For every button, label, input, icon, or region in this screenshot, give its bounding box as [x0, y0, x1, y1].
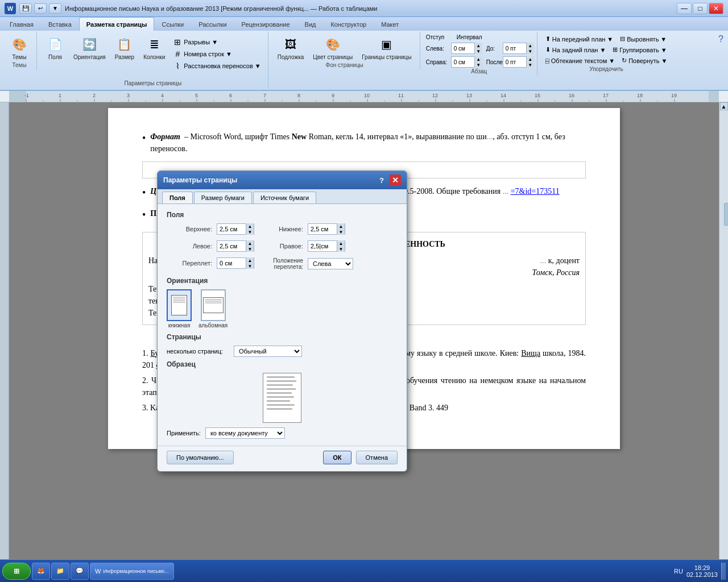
gutter-spin[interactable]: ▲ ▼ — [217, 257, 254, 269]
bottom-up[interactable]: ▲ — [337, 223, 345, 229]
align-button[interactable]: ⊟ Выровнять ▼ — [618, 34, 669, 44]
tab-page-layout[interactable]: Разметка страницы — [79, 17, 155, 31]
gutter-value[interactable] — [217, 260, 246, 267]
right-up[interactable]: ▲ — [337, 240, 345, 246]
bottom-value[interactable] — [308, 226, 337, 232]
tab-view[interactable]: Вид — [297, 17, 324, 31]
top-arrows[interactable]: ▲ ▼ — [246, 223, 254, 235]
dialog-help-button[interactable]: ? — [376, 174, 387, 186]
indent-left-up[interactable]: ▲ — [474, 43, 482, 48]
spacing-after-spin[interactable]: ▲ ▼ — [503, 56, 532, 68]
scroll-up-button[interactable]: ▲ — [720, 102, 728, 110]
spacing-before-up[interactable]: ▲ — [526, 43, 534, 48]
minimize-button[interactable]: — — [677, 3, 692, 14]
bottom-down[interactable]: ▼ — [337, 229, 345, 235]
quick-access-menu[interactable]: ▼ — [49, 3, 61, 14]
tab-insert[interactable]: Вставка — [41, 17, 79, 31]
rotate-button[interactable]: ↻ Повернуть ▼ — [619, 56, 669, 65]
spacing-before-arrows[interactable]: ▲ ▼ — [526, 43, 534, 54]
taskbar-chat[interactable]: 💬 — [71, 563, 89, 580]
tab-layout[interactable]: Макет — [374, 17, 406, 31]
taskbar-files[interactable]: 📁 — [51, 563, 69, 580]
gost-link[interactable]: =7&id=173511 — [511, 187, 560, 196]
size-button[interactable]: 📋 Размер — [111, 34, 138, 61]
spacing-before-spin[interactable]: ▲ ▼ — [503, 43, 532, 54]
top-value[interactable] — [217, 226, 246, 232]
indent-left-arrows[interactable]: ▲ ▼ — [474, 43, 482, 54]
line-numbers-button[interactable]: # Номера строк ▼ — [171, 48, 263, 60]
default-button[interactable]: По умолчанию... — [167, 451, 234, 464]
indent-left-value[interactable] — [452, 45, 474, 52]
spacing-after-arrows[interactable]: ▲ ▼ — [526, 56, 534, 68]
right-down[interactable]: ▼ — [337, 246, 345, 252]
group-button[interactable]: ⊞ Группировать ▼ — [610, 45, 669, 55]
left-spin[interactable]: ▲ ▼ — [217, 240, 254, 252]
quick-access-undo[interactable]: ↩ — [34, 3, 47, 14]
spacing-before-value[interactable] — [503, 45, 526, 52]
indent-right-arrows[interactable]: ▲ ▼ — [474, 56, 482, 68]
taskbar-firefox[interactable]: 🦊 — [32, 563, 50, 580]
indent-left-down[interactable]: ▼ — [474, 48, 482, 54]
dialog-tab-paper[interactable]: Размер бумаги — [194, 192, 252, 203]
spacing-after-value[interactable] — [503, 59, 526, 65]
tab-design[interactable]: Конструктор — [323, 17, 374, 31]
top-up[interactable]: ▲ — [246, 223, 254, 229]
tab-review[interactable]: Рецензирование — [234, 17, 297, 31]
pages-select[interactable]: Обычный — [234, 346, 302, 357]
gutter-pos-select[interactable]: Слева Сверху — [308, 258, 353, 269]
vertical-scrollbar[interactable]: ▲ ▼ — [719, 102, 728, 582]
wrap-text-button[interactable]: ⌸ Обтекание текстом ▼ — [543, 56, 617, 65]
spacing-before-down[interactable]: ▼ — [526, 48, 534, 54]
apply-select[interactable]: ко всему документу — [205, 427, 285, 439]
dialog-tab-source[interactable]: Источник бумаги — [253, 192, 316, 203]
quick-access-save[interactable]: 💾 — [19, 3, 32, 14]
fields-button[interactable]: 📄 Поля — [43, 34, 68, 61]
cancel-button[interactable]: Отмена — [356, 451, 398, 464]
start-button[interactable]: ⊞ — [2, 563, 31, 580]
dialog-tab-margins[interactable]: Поля — [162, 192, 193, 203]
page-borders-button[interactable]: ▣ Границы страницы — [358, 34, 415, 61]
right-spin[interactable]: ▲ ▼ — [308, 240, 345, 252]
ok-button[interactable]: ОК — [323, 451, 351, 464]
document-area[interactable]: • Формат – Microsoft Word, шрифт Times N… — [9, 102, 719, 582]
top-down[interactable]: ▼ — [246, 229, 254, 235]
maximize-button[interactable]: □ — [693, 3, 708, 14]
left-up[interactable]: ▲ — [246, 240, 254, 246]
to-front-button[interactable]: ⬆ На передний план ▼ — [543, 34, 615, 44]
indent-left-spin[interactable]: ▲ ▼ — [451, 43, 481, 54]
indent-right-up[interactable]: ▲ — [474, 56, 482, 62]
gutter-down[interactable]: ▼ — [246, 263, 254, 269]
bottom-arrows[interactable]: ▲ ▼ — [337, 223, 345, 235]
hyphenation-button[interactable]: ⌇ Расстановка переносов ▼ — [171, 60, 263, 72]
to-back-button[interactable]: ⬇ На задний план ▼ — [543, 45, 609, 55]
taskbar-word[interactable]: W Информационное письмо... — [90, 563, 174, 580]
themes-button[interactable]: 🎨 Темы — [7, 34, 32, 61]
gutter-arrows[interactable]: ▲ ▼ — [246, 257, 254, 269]
left-down[interactable]: ▼ — [246, 246, 254, 252]
spacing-after-up[interactable]: ▲ — [526, 56, 534, 62]
close-button[interactable]: ✕ — [709, 3, 723, 14]
dialog-close-button[interactable]: ✕ — [390, 174, 401, 186]
landscape-option[interactable]: альбомная — [198, 289, 228, 329]
background-button[interactable]: 🖼 Подложка — [274, 34, 308, 61]
gutter-up[interactable]: ▲ — [246, 257, 254, 263]
right-value[interactable] — [308, 243, 337, 250]
top-spin[interactable]: ▲ ▼ — [217, 223, 254, 235]
columns-button[interactable]: ≣ Колонки — [140, 34, 168, 61]
indent-right-value[interactable] — [452, 59, 474, 65]
indent-right-spin[interactable]: ▲ ▼ — [451, 56, 481, 68]
tab-home[interactable]: Главная — [2, 17, 41, 31]
left-value[interactable] — [217, 243, 246, 250]
tab-mailings[interactable]: Рассылки — [191, 17, 234, 31]
breaks-button[interactable]: ⊞ Разрывы ▼ — [171, 36, 263, 48]
portrait-option[interactable]: книжная — [167, 289, 192, 329]
page-color-button[interactable]: 🎨 Цвет страницы — [309, 34, 356, 61]
scroll-thumb[interactable] — [724, 203, 729, 226]
right-arrows[interactable]: ▲ ▼ — [337, 240, 345, 252]
tab-references[interactable]: Ссылки — [154, 17, 191, 31]
left-arrows[interactable]: ▲ ▼ — [246, 240, 254, 252]
orientation-button[interactable]: 🔄 Ориентация — [70, 34, 109, 61]
ribbon-help[interactable]: ? — [716, 32, 726, 47]
show-desktop-button[interactable] — [721, 563, 726, 580]
bottom-spin[interactable]: ▲ ▼ — [308, 223, 345, 235]
